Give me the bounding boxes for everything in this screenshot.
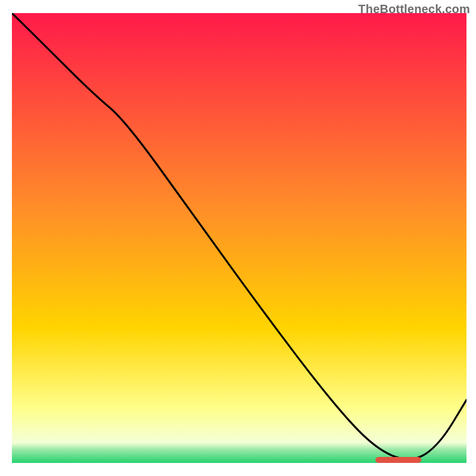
plot-svg <box>12 13 466 463</box>
chart-container: TheBottleneck.com <box>0 0 476 476</box>
watermark-label: TheBottleneck.com <box>358 2 470 16</box>
optimal-marker <box>375 457 421 463</box>
plot-area <box>12 13 466 463</box>
